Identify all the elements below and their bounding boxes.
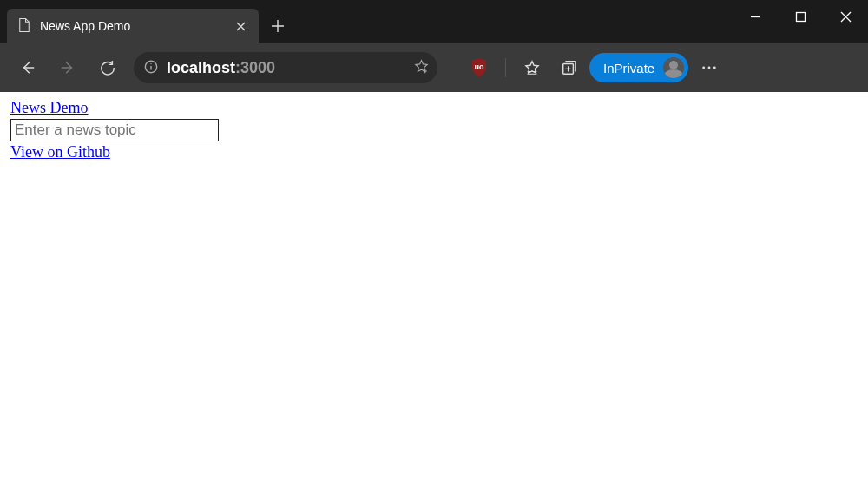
titlebar: News App Demo — [0, 0, 868, 43]
ublock-shield-icon: uo — [470, 58, 488, 77]
collections-icon — [561, 60, 576, 76]
add-favorite-button[interactable] — [414, 59, 429, 76]
topic-search-input[interactable] — [10, 119, 219, 141]
tab-title: News App Demo — [40, 19, 224, 33]
favorites-icon — [524, 60, 540, 76]
close-icon — [840, 11, 852, 23]
svg-text:uo: uo — [475, 62, 484, 71]
more-menu-button[interactable] — [694, 52, 725, 83]
address-bar[interactable]: localhost:3000 — [134, 52, 437, 83]
news-demo-link[interactable]: News Demo — [10, 99, 88, 117]
more-icon — [701, 60, 717, 76]
page-icon — [17, 17, 31, 36]
minimize-icon — [750, 11, 761, 23]
toolbar-separator — [505, 58, 506, 77]
arrow-left-icon — [20, 60, 36, 76]
svg-point-6 — [702, 67, 705, 69]
refresh-button[interactable] — [90, 50, 125, 85]
address-host: localhost — [167, 59, 235, 76]
window-controls — [733, 0, 868, 33]
address-text: localhost:3000 — [167, 59, 405, 77]
tab-close-button[interactable] — [233, 18, 248, 34]
view-on-github-link[interactable]: View on Github — [10, 143, 110, 161]
maximize-icon — [795, 11, 806, 23]
browser-tab[interactable]: News App Demo — [7, 9, 259, 43]
plus-icon — [272, 20, 284, 32]
svg-point-3 — [150, 62, 151, 63]
avatar-icon — [663, 57, 684, 78]
minimize-button[interactable] — [733, 0, 778, 33]
svg-point-8 — [713, 67, 716, 69]
svg-rect-0 — [796, 12, 805, 21]
address-port: :3000 — [235, 59, 275, 76]
site-info-button[interactable] — [144, 60, 158, 76]
maximize-button[interactable] — [778, 0, 823, 33]
collections-button[interactable] — [553, 52, 584, 83]
back-button[interactable] — [10, 50, 45, 85]
star-plus-icon — [414, 59, 429, 74]
arrow-right-icon — [60, 60, 76, 76]
inprivate-indicator[interactable]: InPrivate — [589, 53, 688, 82]
toolbar: localhost:3000 uo InPrivate — [0, 43, 868, 92]
forward-button[interactable] — [50, 50, 85, 85]
inprivate-label: InPrivate — [603, 61, 654, 76]
info-icon — [144, 60, 158, 74]
close-icon — [236, 22, 246, 31]
favorites-button[interactable] — [516, 52, 548, 83]
new-tab-button[interactable] — [262, 10, 293, 42]
page-content: News Demo View on Github — [0, 92, 868, 168]
ublock-extension-button[interactable]: uo — [464, 52, 495, 83]
refresh-icon — [100, 60, 115, 76]
window-close-button[interactable] — [823, 0, 868, 33]
svg-point-7 — [708, 67, 711, 69]
